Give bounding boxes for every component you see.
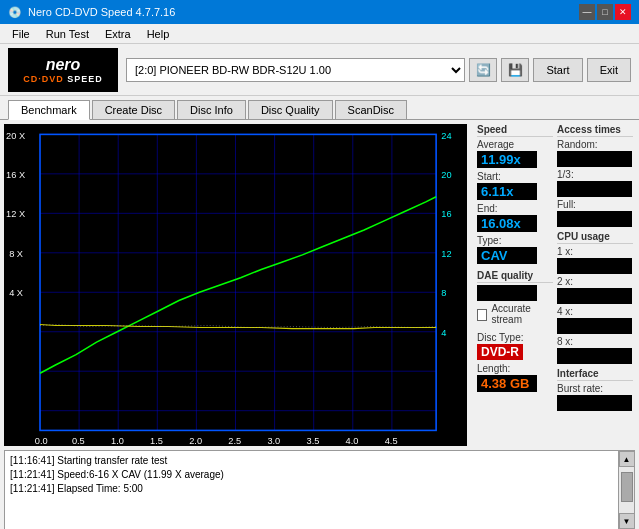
speed-label: Speed	[477, 124, 553, 137]
svg-text:4: 4	[441, 328, 446, 338]
burst-label: Burst rate:	[557, 383, 633, 394]
scroll-thumb	[621, 472, 633, 502]
maximize-button[interactable]: □	[597, 4, 613, 20]
svg-text:4 X: 4 X	[9, 288, 23, 298]
random-label: Random:	[557, 139, 633, 150]
svg-text:24: 24	[441, 131, 451, 141]
interface-section: Interface Burst rate:	[557, 368, 633, 411]
cpu-8x-label: 8 x:	[557, 336, 633, 347]
menu-run-test[interactable]: Run Test	[38, 26, 97, 42]
log-area: [11:16:41] Starting transfer rate test […	[4, 450, 635, 529]
full-value-box	[557, 211, 632, 227]
logo: nero CD·DVD SPEED	[8, 48, 118, 92]
svg-text:20 X: 20 X	[6, 131, 25, 141]
title-bar-controls: — □ ✕	[579, 4, 631, 20]
svg-text:4.0: 4.0	[346, 436, 359, 446]
svg-text:16: 16	[441, 209, 451, 219]
drive-dropdown[interactable]: [2:0] PIONEER BD-RW BDR-S12U 1.00	[126, 58, 465, 82]
tab-scan-disc[interactable]: ScanDisc	[335, 100, 407, 119]
tab-disc-info[interactable]: Disc Info	[177, 100, 246, 119]
accurate-stream-checkbox[interactable]	[477, 309, 487, 321]
svg-text:16 X: 16 X	[6, 170, 25, 180]
disc-type-label: Disc Type:	[477, 332, 553, 343]
one-third-label: 1/3:	[557, 169, 633, 180]
main-content: 20 X 16 X 12 X 8 X 4 X 24 20 16 12 8 4 0…	[0, 120, 639, 450]
log-line-2: [11:21:41] Speed:6-16 X CAV (11.99 X ave…	[10, 468, 613, 482]
stats-columns: Speed Average 11.99x Start: 6.11x End: 1…	[477, 124, 633, 415]
type-label: Type:	[477, 235, 553, 246]
access-times-section: Access times Random: 1/3: Full:	[557, 124, 633, 227]
scroll-track[interactable]	[619, 467, 634, 513]
close-button[interactable]: ✕	[615, 4, 631, 20]
svg-text:12 X: 12 X	[6, 209, 25, 219]
length-value: 4.38 GB	[477, 375, 537, 392]
menu-extra[interactable]: Extra	[97, 26, 139, 42]
cpu-4x-box	[557, 318, 632, 334]
svg-text:3.5: 3.5	[306, 436, 319, 446]
chart-svg: 20 X 16 X 12 X 8 X 4 X 24 20 16 12 8 4 0…	[4, 124, 467, 446]
tab-create-disc[interactable]: Create Disc	[92, 100, 175, 119]
chart-area: 20 X 16 X 12 X 8 X 4 X 24 20 16 12 8 4 0…	[4, 124, 467, 446]
cpu-label: CPU usage	[557, 231, 633, 244]
log-line-3: [11:21:41] Elapsed Time: 5:00	[10, 482, 613, 496]
dae-section: DAE quality Accurate stream	[477, 270, 553, 326]
svg-text:3.0: 3.0	[267, 436, 280, 446]
end-label: End:	[477, 203, 553, 214]
cpu-4x-label: 4 x:	[557, 306, 633, 317]
scroll-down-button[interactable]: ▼	[619, 513, 635, 529]
average-value: 11.99x	[477, 151, 537, 168]
disc-section: Disc Type: DVD-R Length: 4.38 GB	[477, 332, 553, 392]
random-value-box	[557, 151, 632, 167]
svg-text:1.5: 1.5	[150, 436, 163, 446]
type-value: CAV	[477, 247, 537, 264]
svg-text:8: 8	[441, 288, 446, 298]
svg-text:0.0: 0.0	[35, 436, 48, 446]
log-content: [11:16:41] Starting transfer rate test […	[5, 451, 618, 529]
exit-button[interactable]: Exit	[587, 58, 631, 82]
dae-label: DAE quality	[477, 270, 553, 283]
cpu-2x-label: 2 x:	[557, 276, 633, 287]
menu-help[interactable]: Help	[139, 26, 178, 42]
scroll-up-button[interactable]: ▲	[619, 451, 635, 467]
svg-text:2.0: 2.0	[189, 436, 202, 446]
start-label: Start:	[477, 171, 553, 182]
dae-value-box	[477, 285, 537, 301]
logo-sub: CD·DVD SPEED	[23, 74, 103, 84]
tab-disc-quality[interactable]: Disc Quality	[248, 100, 333, 119]
svg-text:20: 20	[441, 170, 451, 180]
menu-file[interactable]: File	[4, 26, 38, 42]
cpu-1x-label: 1 x:	[557, 246, 633, 257]
one-third-value-box	[557, 181, 632, 197]
refresh-icon[interactable]: 🔄	[469, 58, 497, 82]
burst-value-box	[557, 395, 632, 411]
title-bar: 💿 Nero CD-DVD Speed 4.7.7.16 — □ ✕	[0, 0, 639, 24]
svg-text:1.0: 1.0	[111, 436, 124, 446]
title-icon: 💿	[8, 6, 22, 19]
menu-bar: File Run Test Extra Help	[0, 24, 639, 44]
access-times-label: Access times	[557, 124, 633, 137]
accurate-stream-row: Accurate stream	[477, 303, 553, 326]
log-line-1: [11:16:41] Starting transfer rate test	[10, 454, 613, 468]
speed-section: Speed Average 11.99x Start: 6.11x End: 1…	[477, 124, 553, 264]
average-label: Average	[477, 139, 553, 150]
disc-type-value: DVD-R	[477, 344, 523, 360]
length-label: Length:	[477, 363, 553, 374]
accurate-stream-label: Accurate stream	[491, 303, 553, 325]
minimize-button[interactable]: —	[579, 4, 595, 20]
cpu-section: CPU usage 1 x: 2 x: 4 x: 8 x:	[557, 231, 633, 364]
start-button[interactable]: Start	[533, 58, 582, 82]
top-area: nero CD·DVD SPEED [2:0] PIONEER BD-RW BD…	[0, 44, 639, 96]
left-stats-col: Speed Average 11.99x Start: 6.11x End: 1…	[477, 124, 553, 415]
svg-text:8 X: 8 X	[9, 249, 23, 259]
svg-text:0.5: 0.5	[72, 436, 85, 446]
full-label: Full:	[557, 199, 633, 210]
right-stats-col: Access times Random: 1/3: Full: CPU usag…	[557, 124, 633, 415]
end-value: 16.08x	[477, 215, 537, 232]
save-icon[interactable]: 💾	[501, 58, 529, 82]
interface-label: Interface	[557, 368, 633, 381]
tab-benchmark[interactable]: Benchmark	[8, 100, 90, 120]
drive-select: [2:0] PIONEER BD-RW BDR-S12U 1.00 🔄 💾 St…	[126, 58, 631, 82]
cpu-8x-box	[557, 348, 632, 364]
log-scrollbar: ▲ ▼	[618, 451, 634, 529]
logo-nero: nero	[46, 56, 81, 74]
